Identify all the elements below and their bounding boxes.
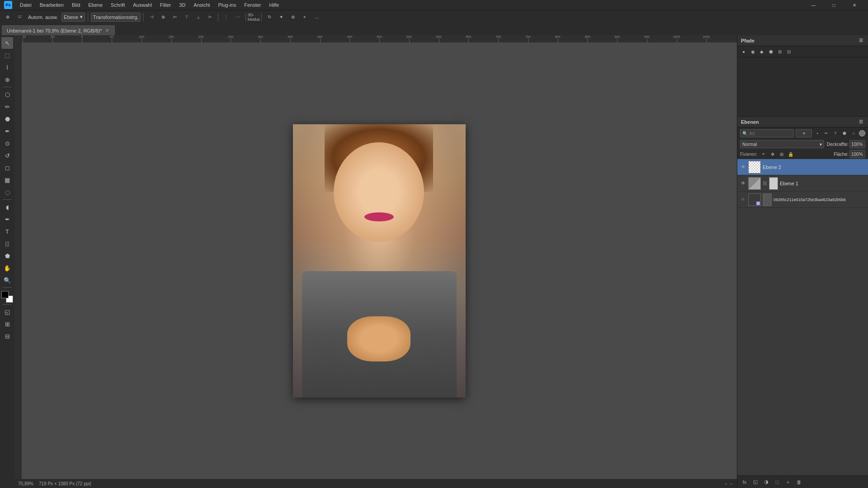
menu-fenster[interactable]: Fenster — [241, 1, 264, 9]
artboard-tool[interactable]: ⊟ — [1, 330, 13, 342]
hand-tool[interactable]: ✋ — [1, 262, 13, 274]
menu-ansicht[interactable]: Ansicht — [190, 1, 213, 9]
menu-bild[interactable]: Bild — [68, 1, 84, 9]
lasso-tool[interactable]: ⌇ — [1, 61, 13, 73]
align-bottom-icon[interactable]: ⊢ — [205, 12, 215, 22]
move-tool[interactable]: ↖ — [1, 37, 13, 49]
camera-icon[interactable]: ⌖ — [300, 12, 310, 22]
magnet-icon[interactable]: ✦ — [276, 12, 286, 22]
transform-dropdown[interactable]: Transformationsstrg. — [91, 13, 141, 22]
menu-filter[interactable]: Filter — [156, 1, 175, 9]
align-center-v-icon[interactable]: ⊥ — [193, 12, 203, 22]
filter-shape-icon[interactable]: ⬟ — [841, 130, 848, 137]
filter-pixel-icon[interactable]: ▪ — [814, 130, 821, 137]
layer-item-ebene2[interactable]: 👁 Ebene 2 — [737, 159, 868, 175]
pfade-icon-2[interactable]: ◉ — [749, 48, 756, 55]
layer-mask-button[interactable]: ◱ — [751, 478, 760, 487]
history-brush-tool[interactable]: ↺ — [1, 150, 13, 161]
window-controls: — □ ✕ — [803, 0, 864, 10]
pfade-icon-6[interactable]: ⊟ — [785, 48, 793, 55]
text-tool[interactable]: T — [1, 225, 13, 237]
rotate-icon[interactable]: ↻ — [264, 12, 274, 22]
pfade-icon-1[interactable]: ● — [740, 48, 747, 55]
shape-tool[interactable]: ⬟ — [1, 250, 13, 262]
path-select-tool[interactable]: ⌹ — [1, 238, 13, 249]
filter-text-icon[interactable]: T — [832, 130, 839, 137]
move-tool-icon[interactable]: ⊕ — [3, 12, 13, 22]
foreground-color-swatch[interactable] — [1, 291, 9, 298]
layer-eye-ebene1[interactable]: 👁 — [740, 180, 746, 187]
lock-all-icon[interactable]: 🔒 — [787, 150, 794, 158]
menu-hilfe[interactable]: Hilfe — [265, 1, 283, 9]
auto-select-checkbox[interactable]: ☑ — [14, 12, 24, 22]
quick-mask-tool[interactable]: ◱ — [1, 306, 13, 318]
layer-new-button[interactable]: + — [783, 478, 793, 487]
quick-select-tool[interactable]: ⊕ — [1, 74, 13, 85]
align-center-h-icon[interactable]: ⊕ — [158, 12, 168, 22]
layer-bottom-bar: fx ◱ ◑ □ + 🗑 — [737, 475, 868, 488]
dist-h-icon[interactable]: ⋮ — [221, 12, 231, 22]
lock-artboard-icon[interactable]: ⊞ — [778, 150, 785, 158]
pfade-icon-3[interactable]: ◆ — [758, 48, 765, 55]
minimize-button[interactable]: — — [803, 0, 824, 10]
eraser-tool[interactable]: ◻ — [1, 162, 13, 174]
3d-mode-icon[interactable]: 3D-Modus — [249, 12, 259, 22]
pfade-icon-4[interactable]: ⬟ — [767, 48, 774, 55]
canvas-viewport[interactable] — [22, 42, 737, 479]
brush-tool[interactable]: ✒ — [1, 125, 13, 137]
ebenen-filter-toggle[interactable] — [859, 130, 865, 136]
pen-tool[interactable]: ✒ — [1, 213, 13, 225]
tab-close-button[interactable]: ✕ — [104, 28, 110, 33]
dodge-tool[interactable]: ◖ — [1, 201, 13, 213]
dist-v-icon[interactable]: ⋯ — [233, 12, 243, 22]
lock-move-icon[interactable]: ✥ — [769, 150, 776, 158]
eyedropper-tool[interactable]: ✏ — [1, 101, 13, 113]
more-icon[interactable]: ... — [311, 12, 321, 22]
menu-ebene[interactable]: Ebene — [85, 1, 106, 9]
ebenen-search-input[interactable] — [749, 131, 792, 136]
healing-tool[interactable]: ⬣ — [1, 113, 13, 125]
clone-tool[interactable]: ⊙ — [1, 137, 13, 149]
ebenen-search-box[interactable]: 🔍 — [740, 129, 794, 137]
ebenen-menu-icon[interactable]: ☰ — [857, 118, 864, 126]
menu-datei[interactable]: Datei — [16, 1, 35, 9]
blend-mode-dropdown[interactable]: Normal ▾ — [740, 140, 824, 148]
layer-item-smart[interactable]: 👁 ⊟ 09265c211e010a725e3ba4623a92b5b6 — [737, 192, 868, 208]
close-button[interactable]: ✕ — [844, 0, 864, 10]
maximize-button[interactable]: □ — [824, 0, 844, 10]
pin-icon[interactable]: ⊛ — [288, 12, 298, 22]
layer-eye-smart[interactable]: 👁 — [740, 197, 746, 203]
menu-3d[interactable]: 3D — [175, 1, 189, 9]
layer-dropdown[interactable]: Ebene ▾ — [61, 13, 85, 22]
gradient-tool[interactable]: ▦ — [1, 174, 13, 186]
layer-delete-button[interactable]: 🗑 — [794, 478, 803, 487]
pfade-icon-5[interactable]: ⊞ — [776, 48, 783, 55]
color-swatches[interactable] — [1, 291, 13, 303]
marquee-tool[interactable]: ⬚ — [1, 49, 13, 61]
zoom-tool[interactable]: 🔍 — [1, 274, 13, 286]
lock-pos-icon[interactable]: ⌖ — [760, 150, 767, 158]
layer-fx-button[interactable]: fx — [740, 478, 749, 487]
filter-adjust-icon[interactable]: ✏ — [823, 130, 830, 137]
screen-mode-tool[interactable]: ⊞ — [1, 318, 13, 330]
menu-schrift[interactable]: Schrift — [107, 1, 128, 9]
opacity-value[interactable]: 100% — [849, 140, 865, 148]
align-top-icon[interactable]: ⊤ — [182, 12, 192, 22]
layer-thumb-half-left — [749, 178, 760, 189]
layer-group-button[interactable]: □ — [773, 478, 782, 487]
pfade-menu-icon[interactable]: ☰ — [857, 37, 864, 44]
flaeche-value[interactable]: 100% — [849, 150, 865, 158]
document-tab[interactable]: Unbenannt-1 bei 70,9% (Ebene 2, RGB/8)* … — [2, 25, 115, 35]
align-left-icon[interactable]: ⊣ — [146, 12, 156, 22]
menu-auswahl[interactable]: Auswahl — [129, 1, 156, 9]
align-right-icon[interactable]: ⊢ — [170, 12, 180, 22]
layer-eye-ebene2[interactable]: 👁 — [740, 164, 746, 170]
layer-adjustment-button[interactable]: ◑ — [762, 478, 771, 487]
menu-bearbeiten[interactable]: Bearbeiten — [36, 1, 67, 9]
filter-smart-icon[interactable]: ☆ — [850, 130, 857, 137]
menu-plugins[interactable]: Plug-ins — [214, 1, 240, 9]
layer-item-ebene1[interactable]: 👁 ⛓ Ebene 1 — [737, 175, 868, 192]
crop-tool[interactable]: ⬡ — [1, 89, 13, 100]
blur-tool[interactable]: ◌ — [1, 186, 13, 198]
ebenen-filter-dropdown[interactable]: ▾ — [796, 129, 812, 137]
